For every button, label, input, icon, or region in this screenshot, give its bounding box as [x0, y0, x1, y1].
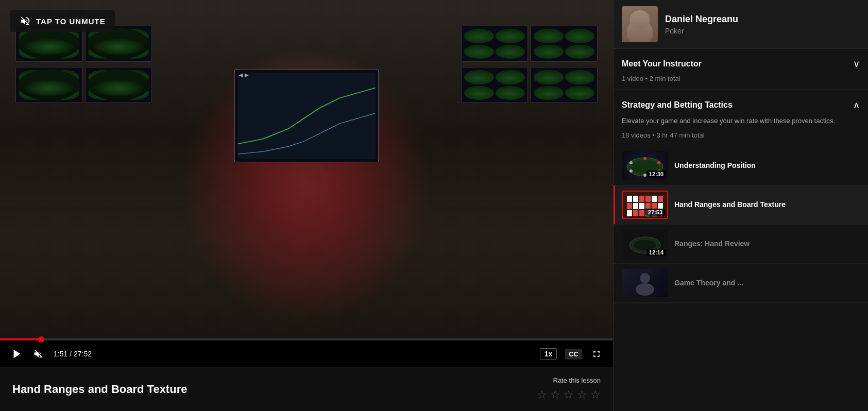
video-container: ◀ ▶: [0, 0, 613, 411]
video-person: [0, 0, 613, 338]
volume-mute-icon: [33, 348, 44, 359]
lesson-item[interactable]: 12:30 Understanding Position: [614, 146, 868, 185]
lesson-title-3: Ranges: Hand Review: [674, 239, 860, 248]
video-title: Hand Ranges and Board Texture: [12, 383, 187, 396]
meet-instructor-title: Meet Your Instructor: [622, 59, 702, 68]
svg-rect-24: [639, 210, 644, 216]
play-icon: [11, 348, 23, 359]
lesson-thumbnail-3: 12:14: [622, 230, 668, 258]
svg-marker-0: [14, 350, 21, 358]
lesson-title-1: Understanding Position: [674, 161, 860, 170]
lesson-title-4: Game Theory and ...: [674, 278, 860, 287]
lesson-item-4[interactable]: Game Theory and ...: [614, 264, 868, 303]
star-3[interactable]: ☆: [564, 388, 574, 402]
rating-section: Rate this lesson ☆ ☆ ☆ ☆ ☆: [537, 376, 601, 402]
lesson-info-4: Game Theory and ...: [674, 278, 860, 287]
svg-point-4: [657, 161, 660, 164]
instructor-avatar: [622, 6, 658, 42]
time-display: 1:51 / 27:52: [54, 350, 92, 358]
progress-bar[interactable]: [0, 338, 613, 340]
svg-rect-18: [639, 203, 644, 209]
svg-rect-14: [652, 196, 657, 202]
lesson-thumbnail-4: [622, 269, 668, 297]
instructor-name: Daniel Negreanu: [665, 14, 738, 25]
progress-bar-dot: [38, 336, 44, 342]
video-area[interactable]: ◀ ▶: [0, 0, 613, 338]
lesson-info-2: Hand Ranges and Board Texture: [674, 200, 860, 209]
star-4[interactable]: ☆: [577, 388, 587, 402]
svg-rect-19: [645, 203, 651, 209]
rate-label: Rate this lesson: [553, 376, 601, 384]
fullscreen-button[interactable]: [590, 348, 603, 360]
strategy-description: Elevate your game and increase your win …: [614, 116, 868, 131]
svg-rect-17: [633, 203, 638, 209]
svg-rect-21: [658, 203, 663, 209]
strategy-section: Strategy and Betting Tactics ∧ Elevate y…: [614, 90, 868, 303]
instructor-info: Daniel Negreanu Poker: [665, 14, 738, 35]
svg-rect-12: [639, 196, 644, 202]
strategy-meta: 18 videos • 3 hr 47 min total: [614, 131, 868, 146]
star-5[interactable]: ☆: [590, 388, 601, 402]
speed-button[interactable]: 1x: [540, 348, 557, 359]
volume-button[interactable]: [32, 347, 45, 361]
chevron-down-icon: ∨: [853, 58, 860, 70]
svg-rect-11: [633, 196, 638, 202]
strategy-title: Strategy and Betting Tactics: [622, 100, 733, 110]
mute-icon: [20, 15, 31, 27]
instructor-header: Daniel Negreanu Poker: [614, 0, 868, 49]
lesson-info-1: Understanding Position: [674, 161, 860, 170]
lesson-duration-2: 27:53: [645, 209, 665, 216]
meet-instructor-meta: 1 video • 2 min total: [614, 75, 868, 90]
instructor-subject: Poker: [665, 27, 738, 35]
svg-point-3: [643, 157, 646, 160]
play-button[interactable]: [10, 347, 24, 361]
svg-rect-13: [645, 196, 651, 202]
svg-point-8: [629, 161, 633, 164]
video-background: ◀ ▶: [0, 0, 613, 338]
lesson-item-3[interactable]: 12:14 Ranges: Hand Review: [614, 225, 868, 264]
sidebar: Daniel Negreanu Poker Meet Your Instruct…: [613, 0, 868, 411]
strategy-header[interactable]: Strategy and Betting Tactics ∧: [614, 90, 868, 116]
lesson-thumbnail-2: 27:53: [622, 191, 668, 219]
bottom-bar: Hand Ranges and Board Texture Rate this …: [0, 367, 613, 411]
lesson-info-3: Ranges: Hand Review: [674, 239, 860, 248]
svg-point-31: [636, 283, 654, 296]
fullscreen-icon: [591, 349, 602, 359]
meet-instructor-section: Meet Your Instructor ∨ 1 video • 2 min t…: [614, 49, 868, 90]
svg-rect-22: [627, 210, 632, 216]
svg-rect-10: [627, 196, 632, 202]
lesson-list: 12:30 Understanding Position: [614, 146, 868, 303]
controls-bar: 1:51 / 27:52 1x CC: [0, 340, 613, 367]
lesson-thumbnail-1: 12:30: [622, 151, 668, 180]
star-1[interactable]: ☆: [537, 388, 547, 402]
lesson-title-2: Hand Ranges and Board Texture: [674, 200, 860, 209]
meet-instructor-header[interactable]: Meet Your Instructor ∨: [614, 49, 868, 75]
svg-point-7: [629, 169, 633, 173]
svg-rect-23: [633, 210, 638, 216]
cc-button[interactable]: CC: [565, 349, 582, 359]
stars-container[interactable]: ☆ ☆ ☆ ☆ ☆: [537, 388, 601, 402]
lesson-duration-1: 12:30: [646, 170, 666, 178]
star-2[interactable]: ☆: [550, 388, 560, 402]
mute-label: TAP TO UNMUTE: [36, 17, 106, 26]
mute-badge[interactable]: TAP TO UNMUTE: [10, 10, 115, 32]
progress-bar-fill: [0, 338, 41, 340]
svg-rect-15: [658, 196, 663, 202]
svg-rect-16: [627, 203, 632, 209]
lesson-duration-3: 12:14: [646, 249, 666, 256]
chevron-up-icon: ∧: [853, 99, 860, 111]
active-indicator: [614, 185, 615, 224]
svg-rect-20: [652, 203, 657, 209]
lesson-item-active[interactable]: 27:53 Hand Ranges and Board Texture: [614, 185, 868, 225]
svg-point-30: [640, 273, 650, 283]
